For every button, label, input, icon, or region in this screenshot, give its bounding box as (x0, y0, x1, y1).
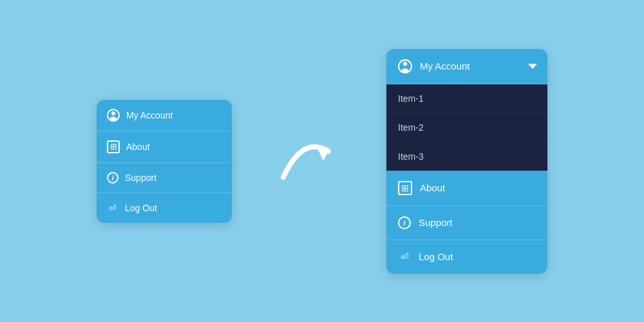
about-icon: ⊞ (107, 140, 120, 153)
small-menu-item-logout[interactable]: ⏎ Log Out (97, 193, 232, 223)
sub-item-1-label: Item-1 (398, 93, 424, 104)
small-menu: My Account ⊞ About i Support ⏎ Log Out (97, 100, 232, 223)
large-menu-item-my-account[interactable]: My Account (386, 49, 547, 84)
large-about-label: About (420, 182, 445, 193)
arrow-icon (270, 122, 348, 200)
large-my-account-label: My Account (420, 61, 470, 71)
submenu-item-3[interactable]: Item-3 (386, 142, 547, 171)
submenu-section: Item-1 Item-2 Item-3 (386, 84, 547, 171)
sub-item-3-label: Item-3 (398, 151, 424, 162)
large-menu: My Account Item-1 Item-2 Item-3 ⊞ About … (386, 49, 547, 274)
scene: My Account ⊞ About i Support ⏎ Log Out M… (0, 0, 644, 322)
large-user-icon (398, 59, 412, 73)
arrow-container (270, 122, 348, 200)
small-about-label: About (126, 142, 150, 152)
info-icon: i (107, 172, 118, 184)
logout-icon: ⏎ (107, 202, 118, 214)
large-info-icon: i (398, 216, 411, 229)
sub-item-2-label: Item-2 (398, 122, 424, 133)
large-about-icon: ⊞ (398, 181, 412, 195)
small-support-label: Support (125, 173, 156, 183)
large-menu-item-support[interactable]: i Support (386, 206, 547, 240)
small-menu-item-my-account[interactable]: My Account (97, 100, 232, 131)
large-logout-label: Log Out (419, 251, 453, 262)
small-menu-item-support[interactable]: i Support (97, 163, 232, 193)
submenu-item-1[interactable]: Item-1 (386, 84, 547, 113)
large-menu-item-logout[interactable]: ⏎ Log Out (386, 240, 547, 274)
large-menu-item-about[interactable]: ⊞ About (386, 171, 547, 206)
small-logout-label: Log Out (125, 203, 157, 213)
small-my-account-label: My Account (126, 110, 173, 120)
large-logout-icon: ⏎ (398, 251, 411, 263)
small-menu-item-about[interactable]: ⊞ About (97, 131, 232, 163)
large-support-label: Support (419, 217, 453, 228)
submenu-item-2[interactable]: Item-2 (386, 113, 547, 142)
user-icon (107, 109, 120, 122)
